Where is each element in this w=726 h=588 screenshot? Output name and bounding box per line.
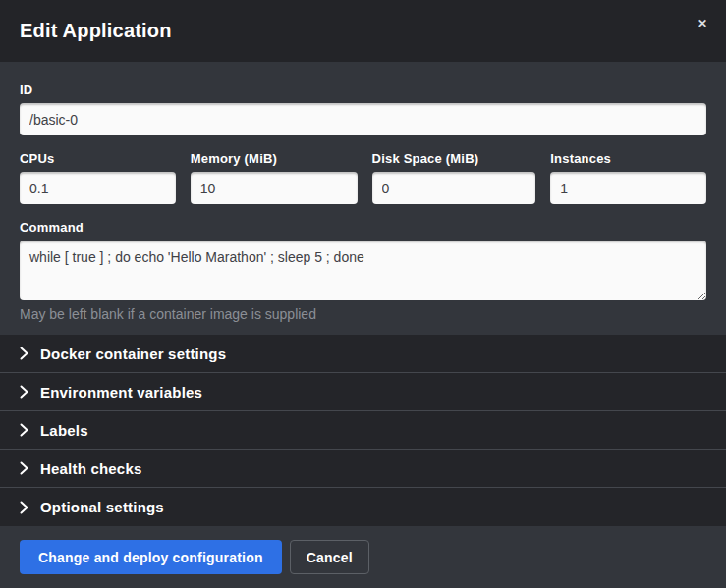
modal-footer: Change and deploy configuration Cancel — [0, 526, 726, 588]
page-title: Edit Application — [20, 20, 172, 42]
change-and-deploy-button[interactable]: Change and deploy configuration — [20, 540, 282, 574]
disk-field-group: Disk Space (MiB) — [372, 151, 536, 204]
section-environment-variables[interactable]: Environment variables — [0, 373, 726, 411]
section-label: Optional settings — [40, 499, 164, 515]
chevron-right-icon — [20, 461, 28, 475]
command-field-group: Command while [ true ] ; do echo 'Hello … — [20, 220, 706, 322]
id-input[interactable] — [20, 103, 706, 135]
section-label: Labels — [40, 422, 88, 439]
cancel-button[interactable]: Cancel — [290, 540, 369, 574]
chevron-right-icon — [20, 423, 28, 437]
cpus-field-group: CPUs — [20, 151, 176, 204]
chevron-right-icon — [20, 501, 28, 514]
section-optional-settings[interactable]: Optional settings — [0, 488, 726, 526]
command-label: Command — [20, 220, 706, 235]
section-docker-container-settings[interactable]: Docker container settings — [0, 335, 726, 373]
command-textarea[interactable]: while [ true ] ; do echo 'Hello Marathon… — [20, 241, 706, 300]
instances-field-group: Instances — [550, 151, 706, 204]
collapsible-sections: Docker container settings Environment va… — [0, 335, 726, 526]
id-label: ID — [20, 82, 706, 97]
section-label: Health checks — [40, 460, 141, 477]
modal-body: ID CPUs Memory (MiB) Disk Space (MiB) In… — [0, 62, 726, 335]
disk-label: Disk Space (MiB) — [372, 151, 536, 166]
close-icon[interactable]: ✕ — [693, 14, 712, 33]
memory-label: Memory (MiB) — [191, 151, 358, 166]
edit-application-modal: Edit Application ✕ ID CPUs Memory (MiB) … — [0, 0, 726, 588]
section-health-checks[interactable]: Health checks — [0, 450, 726, 488]
section-labels[interactable]: Labels — [0, 411, 726, 450]
disk-input[interactable] — [372, 172, 536, 204]
command-help-text: May be left blank if a container image i… — [20, 306, 706, 322]
memory-input[interactable] — [191, 172, 358, 204]
chevron-right-icon — [20, 347, 28, 360]
resources-row: CPUs Memory (MiB) Disk Space (MiB) Insta… — [20, 151, 706, 204]
instances-label: Instances — [550, 151, 706, 166]
cpus-label: CPUs — [20, 151, 176, 166]
instances-input[interactable] — [550, 172, 706, 204]
section-label: Docker container settings — [40, 346, 226, 362]
section-label: Environment variables — [40, 384, 202, 401]
id-field-group: ID — [20, 82, 706, 135]
cpus-input[interactable] — [20, 172, 176, 204]
memory-field-group: Memory (MiB) — [191, 151, 358, 204]
modal-header: Edit Application ✕ — [0, 0, 726, 62]
chevron-right-icon — [20, 385, 28, 399]
